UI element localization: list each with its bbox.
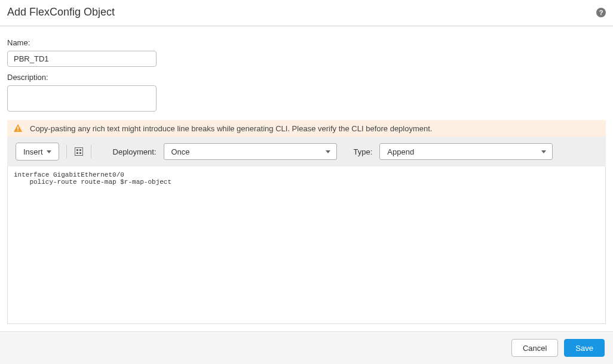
deployment-select-value: Once [171,147,190,156]
svg-rect-4 [76,149,78,151]
cli-editor[interactable]: interface GigabitEthernet0/0 policy-rout… [7,166,606,324]
object-icon[interactable] [74,147,84,156]
name-input[interactable] [7,51,157,67]
save-button[interactable]: Save [564,339,605,357]
svg-rect-7 [79,152,81,154]
toolbar-divider [66,145,67,158]
chevron-down-icon [541,150,546,153]
svg-rect-6 [76,152,78,154]
cancel-button[interactable]: Cancel [511,339,558,357]
deployment-select[interactable]: Once [164,143,337,160]
toolbar-divider [91,145,91,158]
description-label: Description: [7,73,606,82]
insert-button[interactable]: Insert [16,143,59,161]
name-label: Name: [7,38,606,47]
chevron-down-icon [47,150,51,153]
dialog-title: Add FlexConfig Object [7,6,115,18]
dialog-footer: Cancel Save [0,331,613,364]
help-icon[interactable]: ? [596,8,606,17]
type-select[interactable]: Append [379,143,553,160]
dialog-header: Add FlexConfig Object ? [0,0,613,26]
svg-rect-2 [17,130,18,131]
warning-text: Copy-pasting any rich text might introdu… [30,124,432,133]
type-label: Type: [354,147,373,156]
description-input[interactable] [7,85,157,112]
editor-toolbar: Insert Deployment: Once Type: Append [7,137,606,166]
insert-button-label: Insert [23,147,43,156]
dialog-body: Name: Description: Copy-pasting any rich… [0,26,613,331]
warning-banner: Copy-pasting any rich text might introdu… [7,120,606,137]
type-select-value: Append [387,147,414,156]
svg-rect-3 [75,148,82,156]
chevron-down-icon [326,150,330,153]
svg-rect-1 [17,127,18,129]
warning-icon [13,124,23,133]
deployment-label: Deployment: [113,147,157,156]
svg-rect-5 [79,149,81,151]
